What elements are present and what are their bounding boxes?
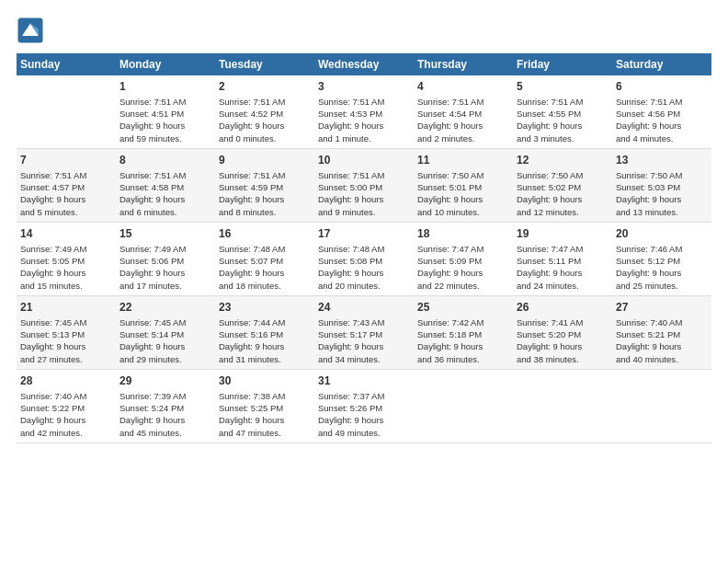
day-info: Sunrise: 7:51 AM Sunset: 4:51 PM Dayligh… <box>119 96 211 144</box>
day-info: Sunrise: 7:48 AM Sunset: 5:07 PM Dayligh… <box>219 243 311 292</box>
calendar-cell: 4Sunrise: 7:51 AM Sunset: 4:54 PM Daylig… <box>414 75 513 148</box>
col-header-saturday: Saturday <box>612 53 711 75</box>
day-number: 10 <box>318 153 410 168</box>
day-info: Sunrise: 7:37 AM Sunset: 5:26 PM Dayligh… <box>318 390 410 439</box>
calendar-cell: 18Sunrise: 7:47 AM Sunset: 5:09 PM Dayli… <box>414 222 513 295</box>
day-number: 6 <box>616 79 708 95</box>
day-number: 8 <box>119 153 211 168</box>
calendar-cell: 1Sunrise: 7:51 AM Sunset: 4:51 PM Daylig… <box>116 75 215 148</box>
header <box>17 17 711 44</box>
day-info: Sunrise: 7:49 AM Sunset: 5:06 PM Dayligh… <box>119 243 211 292</box>
calendar-cell: 11Sunrise: 7:50 AM Sunset: 5:01 PM Dayli… <box>414 148 513 222</box>
col-header-friday: Friday <box>513 53 612 75</box>
col-header-thursday: Thursday <box>414 53 513 75</box>
day-info: Sunrise: 7:51 AM Sunset: 4:59 PM Dayligh… <box>219 169 311 218</box>
day-info: Sunrise: 7:43 AM Sunset: 5:17 PM Dayligh… <box>318 316 410 365</box>
day-number: 7 <box>20 153 112 168</box>
day-number: 23 <box>219 300 311 316</box>
day-info: Sunrise: 7:47 AM Sunset: 5:11 PM Dayligh… <box>517 243 609 292</box>
calendar-cell: 7Sunrise: 7:51 AM Sunset: 4:57 PM Daylig… <box>17 148 116 222</box>
day-info: Sunrise: 7:38 AM Sunset: 5:25 PM Dayligh… <box>219 390 311 439</box>
day-info: Sunrise: 7:40 AM Sunset: 5:21 PM Dayligh… <box>616 316 708 365</box>
day-info: Sunrise: 7:39 AM Sunset: 5:24 PM Dayligh… <box>119 390 211 439</box>
week-row-1: 7Sunrise: 7:51 AM Sunset: 4:57 PM Daylig… <box>17 148 711 222</box>
calendar-cell <box>513 369 612 442</box>
calendar-cell: 12Sunrise: 7:50 AM Sunset: 5:02 PM Dayli… <box>513 148 612 222</box>
day-number: 30 <box>219 373 311 389</box>
calendar-cell <box>612 369 711 442</box>
day-info: Sunrise: 7:50 AM Sunset: 5:02 PM Dayligh… <box>517 169 609 218</box>
calendar-cell: 23Sunrise: 7:44 AM Sunset: 5:16 PM Dayli… <box>215 295 314 369</box>
calendar-cell: 25Sunrise: 7:42 AM Sunset: 5:18 PM Dayli… <box>414 295 513 369</box>
day-number: 15 <box>119 226 211 242</box>
day-info: Sunrise: 7:42 AM Sunset: 5:18 PM Dayligh… <box>417 316 509 365</box>
calendar-cell: 9Sunrise: 7:51 AM Sunset: 4:59 PM Daylig… <box>215 148 314 222</box>
day-number: 18 <box>417 226 509 242</box>
calendar-cell: 21Sunrise: 7:45 AM Sunset: 5:13 PM Dayli… <box>17 295 116 369</box>
day-info: Sunrise: 7:51 AM Sunset: 4:53 PM Dayligh… <box>318 96 410 144</box>
calendar-cell: 2Sunrise: 7:51 AM Sunset: 4:52 PM Daylig… <box>215 75 314 148</box>
day-number: 4 <box>417 79 509 95</box>
logo <box>17 17 46 44</box>
day-number: 17 <box>318 226 410 242</box>
day-info: Sunrise: 7:40 AM Sunset: 5:22 PM Dayligh… <box>20 390 112 439</box>
day-info: Sunrise: 7:51 AM Sunset: 4:58 PM Dayligh… <box>119 169 211 218</box>
day-info: Sunrise: 7:51 AM Sunset: 5:00 PM Dayligh… <box>318 169 410 218</box>
calendar-cell: 20Sunrise: 7:46 AM Sunset: 5:12 PM Dayli… <box>612 222 711 295</box>
day-number: 26 <box>517 300 609 316</box>
calendar-cell: 5Sunrise: 7:51 AM Sunset: 4:55 PM Daylig… <box>513 75 612 148</box>
day-number: 3 <box>318 79 410 95</box>
day-info: Sunrise: 7:46 AM Sunset: 5:12 PM Dayligh… <box>616 243 708 292</box>
calendar-cell: 17Sunrise: 7:48 AM Sunset: 5:08 PM Dayli… <box>314 222 414 295</box>
calendar-cell: 13Sunrise: 7:50 AM Sunset: 5:03 PM Dayli… <box>612 148 711 222</box>
col-header-sunday: Sunday <box>17 53 116 75</box>
day-number: 29 <box>119 373 211 389</box>
calendar-cell <box>414 369 513 442</box>
calendar-cell: 8Sunrise: 7:51 AM Sunset: 4:58 PM Daylig… <box>116 148 215 222</box>
day-number: 31 <box>318 373 410 389</box>
day-number: 27 <box>616 300 708 316</box>
day-number: 16 <box>219 226 311 242</box>
calendar-cell: 19Sunrise: 7:47 AM Sunset: 5:11 PM Dayli… <box>513 222 612 295</box>
day-number: 21 <box>20 300 112 316</box>
week-row-0: 1Sunrise: 7:51 AM Sunset: 4:51 PM Daylig… <box>17 75 711 148</box>
day-info: Sunrise: 7:51 AM Sunset: 4:52 PM Dayligh… <box>219 96 311 144</box>
page-container: SundayMondayTuesdayWednesdayThursdayFrid… <box>0 0 728 453</box>
day-info: Sunrise: 7:48 AM Sunset: 5:08 PM Dayligh… <box>318 243 410 292</box>
day-number: 2 <box>219 79 311 95</box>
calendar-cell <box>17 75 116 148</box>
calendar-cell: 10Sunrise: 7:51 AM Sunset: 5:00 PM Dayli… <box>314 148 414 222</box>
col-header-wednesday: Wednesday <box>314 53 414 75</box>
calendar-cell: 29Sunrise: 7:39 AM Sunset: 5:24 PM Dayli… <box>116 369 215 442</box>
calendar-cell: 6Sunrise: 7:51 AM Sunset: 4:56 PM Daylig… <box>612 75 711 148</box>
day-number: 1 <box>119 79 211 95</box>
day-info: Sunrise: 7:51 AM Sunset: 4:56 PM Dayligh… <box>616 96 708 144</box>
calendar-cell: 31Sunrise: 7:37 AM Sunset: 5:26 PM Dayli… <box>314 369 414 442</box>
day-number: 25 <box>417 300 509 316</box>
calendar-cell: 30Sunrise: 7:38 AM Sunset: 5:25 PM Dayli… <box>215 369 314 442</box>
calendar-cell: 28Sunrise: 7:40 AM Sunset: 5:22 PM Dayli… <box>17 369 116 442</box>
week-row-4: 28Sunrise: 7:40 AM Sunset: 5:22 PM Dayli… <box>17 369 711 442</box>
day-number: 11 <box>417 153 509 168</box>
day-number: 28 <box>20 373 112 389</box>
day-info: Sunrise: 7:49 AM Sunset: 5:05 PM Dayligh… <box>20 243 112 292</box>
day-number: 14 <box>20 226 112 242</box>
day-info: Sunrise: 7:51 AM Sunset: 4:55 PM Dayligh… <box>517 96 609 144</box>
logo-icon <box>17 17 44 44</box>
calendar-header-row: SundayMondayTuesdayWednesdayThursdayFrid… <box>17 53 711 75</box>
week-row-2: 14Sunrise: 7:49 AM Sunset: 5:05 PM Dayli… <box>17 222 711 295</box>
col-header-tuesday: Tuesday <box>215 53 314 75</box>
calendar-cell: 14Sunrise: 7:49 AM Sunset: 5:05 PM Dayli… <box>17 222 116 295</box>
day-number: 19 <box>517 226 609 242</box>
col-header-monday: Monday <box>116 53 215 75</box>
day-info: Sunrise: 7:51 AM Sunset: 4:54 PM Dayligh… <box>417 96 509 144</box>
week-row-3: 21Sunrise: 7:45 AM Sunset: 5:13 PM Dayli… <box>17 295 711 369</box>
calendar-table: SundayMondayTuesdayWednesdayThursdayFrid… <box>17 53 711 443</box>
day-number: 24 <box>318 300 410 316</box>
calendar-cell: 26Sunrise: 7:41 AM Sunset: 5:20 PM Dayli… <box>513 295 612 369</box>
day-info: Sunrise: 7:45 AM Sunset: 5:14 PM Dayligh… <box>119 316 211 365</box>
calendar-cell: 24Sunrise: 7:43 AM Sunset: 5:17 PM Dayli… <box>314 295 414 369</box>
day-info: Sunrise: 7:51 AM Sunset: 4:57 PM Dayligh… <box>20 169 112 218</box>
day-info: Sunrise: 7:50 AM Sunset: 5:03 PM Dayligh… <box>616 169 708 218</box>
day-number: 12 <box>517 153 609 168</box>
